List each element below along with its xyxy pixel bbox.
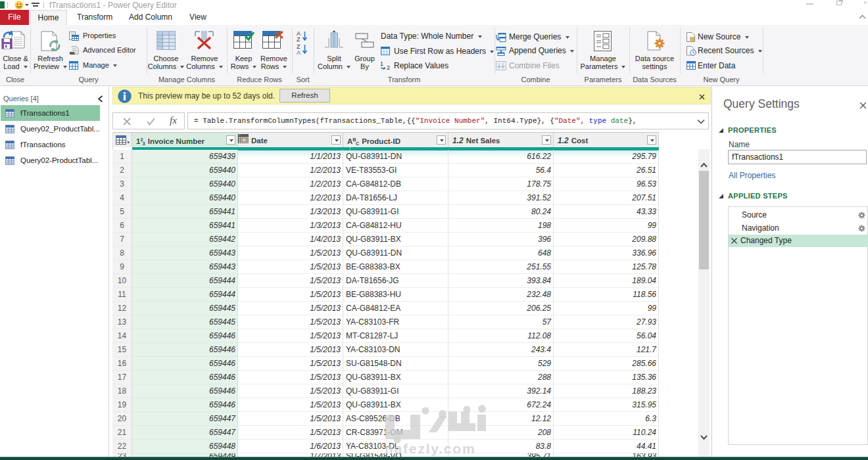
svg-text:A: A [297, 49, 301, 55]
svg-text:nafezly.com: nafezly.com [385, 441, 475, 456]
svg-text:Z: Z [297, 36, 301, 42]
svg-text:1: 1 [380, 60, 383, 67]
svg-text:2: 2 [387, 64, 390, 70]
